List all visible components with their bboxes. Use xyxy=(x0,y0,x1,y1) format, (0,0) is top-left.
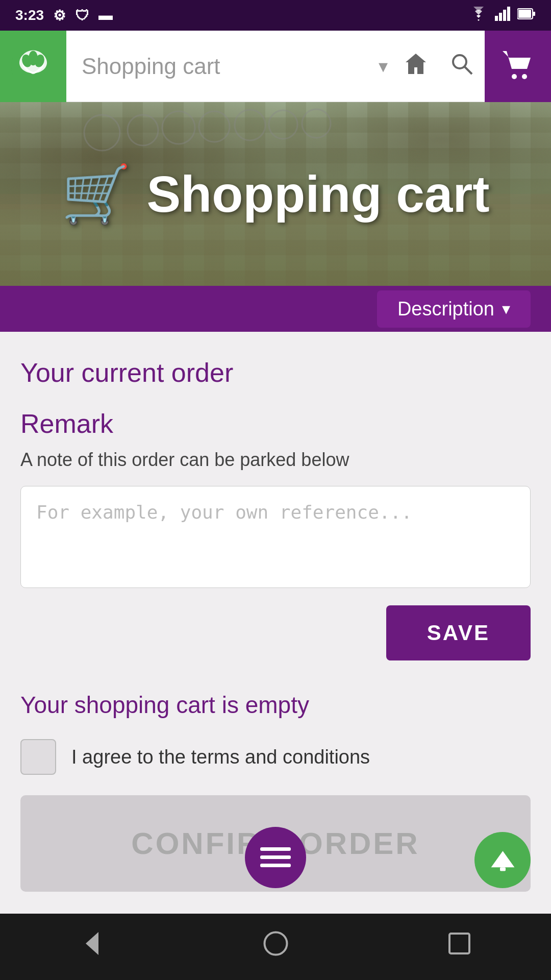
svg-point-13 xyxy=(512,74,517,79)
hero-content: 🛒 Shopping cart xyxy=(61,161,489,227)
shield-icon: 🛡 xyxy=(75,7,89,24)
svg-rect-2 xyxy=(503,10,506,21)
svg-rect-28 xyxy=(500,867,506,871)
description-button[interactable]: Description ▾ xyxy=(377,290,531,328)
svg-point-21 xyxy=(302,109,331,138)
signal-icon xyxy=(495,7,510,24)
nav-title: Shopping cart xyxy=(82,54,368,79)
svg-point-16 xyxy=(128,115,158,145)
app-logo xyxy=(0,31,66,102)
svg-rect-25 xyxy=(260,855,291,859)
svg-point-30 xyxy=(264,933,287,955)
hero-title: Shopping cart xyxy=(146,165,489,224)
hero-banner: 🛒 Shopping cart xyxy=(0,102,551,286)
hero-cart-icon: 🛒 xyxy=(61,161,131,227)
navigation-bar: Shopping cart ▾ xyxy=(0,31,551,102)
description-chevron-icon: ▾ xyxy=(502,299,510,318)
terms-row: I agree to the terms and conditions xyxy=(20,739,531,775)
back-button[interactable] xyxy=(78,929,106,964)
recent-apps-button[interactable] xyxy=(445,929,473,964)
svg-point-14 xyxy=(522,74,527,79)
settings-icon: ⚙ xyxy=(53,7,66,24)
bottom-navigation xyxy=(0,914,551,980)
svg-rect-31 xyxy=(449,934,469,953)
fab-menu-button[interactable] xyxy=(245,827,306,888)
svg-point-18 xyxy=(199,111,230,142)
terms-label: I agree to the terms and conditions xyxy=(71,746,370,768)
wifi-icon xyxy=(469,7,488,24)
svg-rect-5 xyxy=(518,10,531,18)
home-button[interactable] xyxy=(403,51,429,82)
status-bar-left: 3:23 ⚙ 🛡 ▬ xyxy=(15,7,113,24)
remark-input[interactable] xyxy=(20,486,531,588)
svg-point-10 xyxy=(29,51,38,65)
remark-title: Remark xyxy=(20,408,531,439)
svg-rect-26 xyxy=(260,864,291,867)
nav-center[interactable]: Shopping cart ▾ xyxy=(66,54,403,79)
svg-rect-1 xyxy=(499,13,502,21)
nav-icons xyxy=(403,51,485,82)
status-time: 3:23 xyxy=(15,7,44,23)
search-button[interactable] xyxy=(449,51,474,82)
home-nav-button[interactable] xyxy=(262,929,290,964)
svg-rect-3 xyxy=(507,7,510,21)
svg-point-19 xyxy=(235,110,265,140)
description-bar: Description ▾ xyxy=(0,286,551,332)
sim-icon: ▬ xyxy=(98,7,113,23)
svg-rect-6 xyxy=(533,12,535,16)
battery-icon xyxy=(517,7,536,24)
svg-point-15 xyxy=(84,115,120,151)
svg-point-20 xyxy=(269,110,297,139)
terms-checkbox[interactable] xyxy=(20,739,56,775)
status-bar-right xyxy=(469,7,536,24)
nav-chevron-icon: ▾ xyxy=(379,56,388,77)
status-bar: 3:23 ⚙ 🛡 ▬ xyxy=(0,0,551,31)
save-row: SAVE xyxy=(20,605,531,660)
scroll-top-button[interactable] xyxy=(474,832,531,888)
description-label: Description xyxy=(397,298,494,320)
svg-rect-24 xyxy=(260,847,291,851)
empty-cart-text: Your shopping cart is empty xyxy=(20,691,531,719)
svg-rect-0 xyxy=(495,16,498,21)
remark-description: A note of this order can be parked below xyxy=(20,449,531,471)
svg-marker-29 xyxy=(86,932,98,955)
svg-line-12 xyxy=(465,67,472,74)
current-order-title: Your current order xyxy=(20,357,531,388)
svg-point-17 xyxy=(162,111,195,144)
svg-marker-27 xyxy=(491,851,514,867)
save-button[interactable]: SAVE xyxy=(386,605,531,660)
cart-button[interactable] xyxy=(485,31,551,102)
svg-point-11 xyxy=(453,55,466,68)
